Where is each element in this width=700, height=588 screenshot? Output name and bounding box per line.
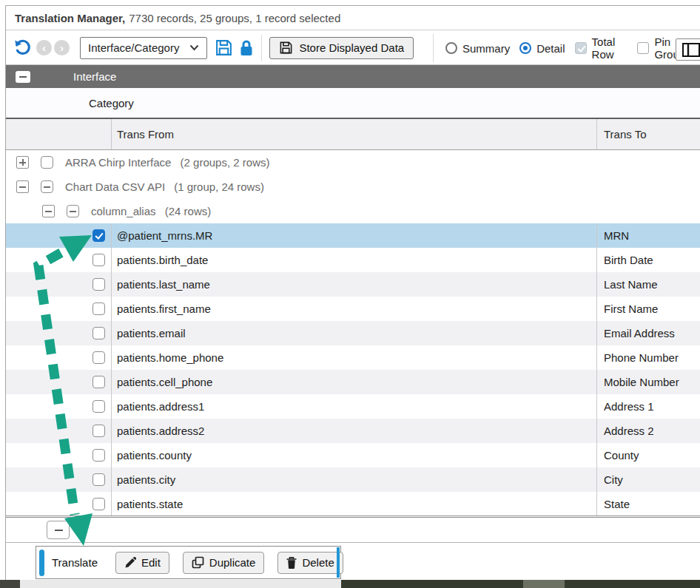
row-checkbox[interactable] [92,449,105,462]
group-label: column_alias [91,205,156,217]
table-row[interactable]: patients.stateState [6,492,700,516]
store-button-label: Store Displayed Data [299,41,404,54]
table-row[interactable]: patients.cell_phoneMobile Number [6,370,700,394]
group-checkbox[interactable] [67,205,79,217]
total-row-checkbox[interactable] [575,42,587,54]
save-icon[interactable] [215,38,233,57]
table-row[interactable]: patients.emailEmail Address [6,321,700,345]
expand-icon[interactable] [16,156,29,169]
panel-accent-handle [39,550,44,576]
row-selector-cell [6,467,111,492]
table-row[interactable]: patients.last_nameLast Name [6,272,700,297]
row-checkbox[interactable] [92,376,105,388]
pencil-icon [124,557,136,569]
row-selector-cell [6,223,111,248]
group-checkbox[interactable] [41,180,53,193]
group-count: (1 group, 24 rows) [171,180,264,193]
group-row[interactable]: column_alias (24 rows) [6,199,700,223]
row-checkbox[interactable] [92,351,105,364]
table-row[interactable]: @patient_mrns.MRMRN [6,223,700,248]
toolbar: ‹ › Interface/Category Store Displayed D… [6,31,700,65]
group-count: (2 groups, 2 rows) [177,156,269,169]
row-checkbox[interactable] [92,400,105,413]
taskbar-segment [523,580,565,588]
chevron-down-icon [189,44,199,51]
view-dropdown[interactable]: Interface/Category [80,37,207,59]
taskbar-segment [341,580,523,588]
row-checkbox[interactable] [92,303,105,315]
view-dropdown-value: Interface/Category [88,41,179,54]
collapse-all-icon[interactable] [16,71,30,83]
summary-radio-label: Summary [462,42,510,55]
trash-icon [286,557,297,569]
row-selector-cell [6,272,111,297]
panel-border-line [6,517,700,518]
row-checkbox[interactable] [92,327,105,339]
delete-button[interactable]: Delete [277,552,343,574]
trans-to-cell: Last Name [596,272,700,297]
toolbar-separator [261,35,262,61]
trans-to-cell: Address 2 [596,419,700,443]
layout-panel-button[interactable] [676,38,700,61]
trans-to-cell: State [596,492,700,516]
bottom-panel: Translate Edit Duplicate [6,516,700,580]
row-checkbox[interactable] [92,278,105,291]
row-selector-cell [6,297,111,321]
row-checkbox[interactable] [92,498,105,510]
back-button[interactable]: ‹ [36,40,52,55]
table-row[interactable]: patients.countyCounty [6,443,700,467]
summary-radio[interactable] [445,42,457,54]
row-checkbox[interactable] [92,229,105,242]
duplicate-button[interactable]: Duplicate [183,552,265,574]
edit-button-label: Edit [141,556,161,569]
interface-group-header: Interface [6,65,700,88]
copy-icon [192,556,204,569]
table-row[interactable]: patients.cityCity [6,467,700,492]
group-row[interactable]: Chart Data CSV API (1 group, 24 rows) [6,175,700,199]
group-label: ARRA Chirp Interface [65,156,171,169]
panel-divider [6,542,700,543]
trans-to-cell: Email Address [596,321,700,345]
pin-groups-checkbox[interactable] [637,42,649,54]
store-displayed-data-button[interactable]: Store Displayed Data [269,37,414,59]
trans-to-header-label: Trans To [604,128,647,141]
table-row[interactable]: patients.home_phonePhone Number [6,345,700,370]
row-selector-cell [6,443,111,467]
table-row[interactable]: patients.first_nameFirst Name [6,297,700,321]
trans-from-cell: patients.last_name [111,272,596,297]
category-header-label: Category [89,97,134,109]
trans-from-cell: patients.home_phone [111,345,596,370]
trans-to-column-header[interactable]: Trans To [596,119,700,149]
trans-from-column-header[interactable]: Trans From [111,119,596,149]
undo-icon[interactable] [13,38,32,57]
row-selector-cell [6,492,111,516]
row-checkbox[interactable] [92,254,105,266]
column-header-row: Trans From Trans To [6,119,700,150]
table-row[interactable]: patients.address1Address 1 [6,394,700,419]
row-checkbox[interactable] [92,425,105,437]
group-count: (24 rows) [162,205,212,217]
row-checkbox[interactable] [92,473,105,486]
detail-radio[interactable] [519,42,531,54]
trans-from-cell: patients.address2 [111,419,596,443]
panel-collapse-button[interactable] [47,521,70,539]
trans-from-cell: patients.state [111,492,596,516]
group-checkbox[interactable] [41,156,53,169]
row-selector-cell [6,394,111,419]
trans-to-cell: First Name [596,297,700,321]
group-row[interactable]: ARRA Chirp Interface (2 groups, 2 rows) [6,150,700,175]
translate-action-panel: Translate Edit Duplicate [36,546,341,579]
duplicate-button-label: Duplicate [209,556,256,569]
forward-button[interactable]: › [54,40,70,55]
lock-icon[interactable] [239,39,254,57]
trans-to-cell: Mobile Number [596,370,700,394]
edit-button[interactable]: Edit [115,552,169,574]
trans-from-cell: patients.first_name [111,297,596,321]
table-row[interactable]: patients.birth_dateBirth Date [6,248,700,272]
collapse-icon[interactable] [16,180,29,193]
table-row[interactable]: patients.address2Address 2 [6,419,700,443]
grid-rows: ARRA Chirp Interface (2 groups, 2 rows)C… [6,150,700,516]
trans-from-cell: patients.county [111,443,596,467]
collapse-icon[interactable] [42,205,55,217]
trans-to-cell: City [596,467,700,492]
